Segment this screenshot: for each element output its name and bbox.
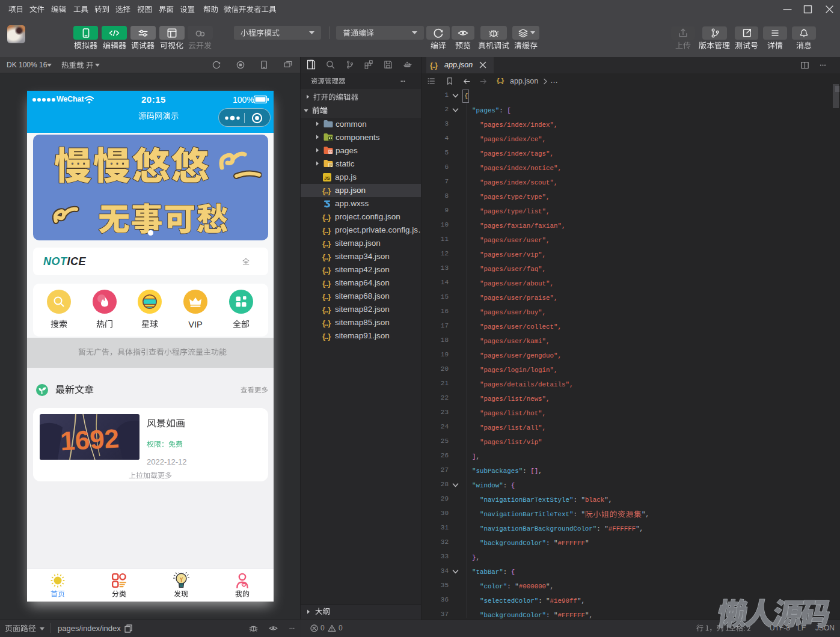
svg-text:1692: 1692: [60, 423, 120, 456]
svg-text:JS: JS: [324, 175, 330, 181]
